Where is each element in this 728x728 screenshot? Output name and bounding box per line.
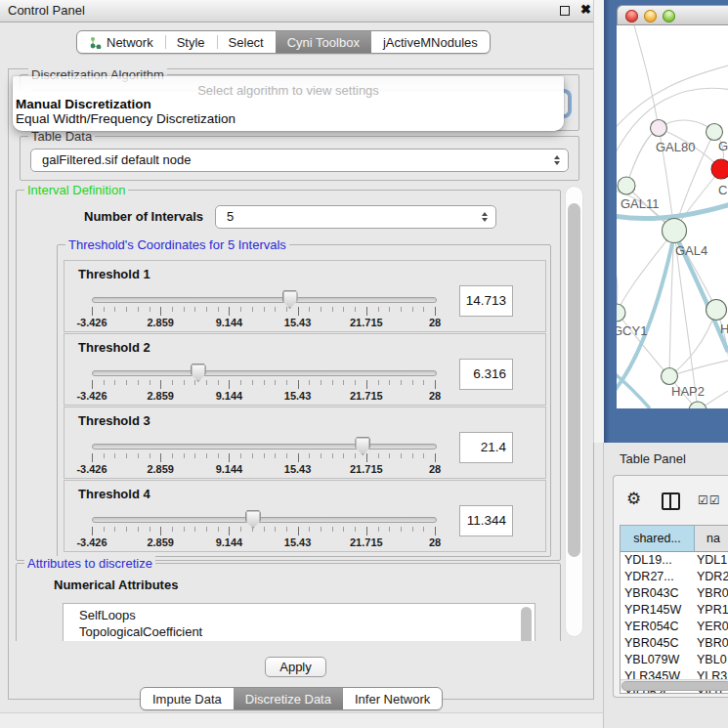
cell-name[interactable]: YDR2	[695, 569, 728, 585]
cell-name[interactable]: YBR0	[695, 585, 728, 602]
table-row[interactable]: YPR145WYPR1	[621, 602, 728, 619]
threshold-1-slider-track[interactable]	[92, 297, 437, 303]
network-node-gal11[interactable]	[618, 177, 635, 194]
threshold-1-value-field[interactable]: 14.713	[459, 285, 513, 317]
cell-shared-name[interactable]: YDR27...	[621, 569, 695, 585]
network-node-gal80[interactable]	[651, 120, 667, 137]
tab-label: Infer Network	[355, 692, 430, 707]
table-data-group: Table Data galFiltered.sif default node	[20, 136, 579, 181]
network-node-ga[interactable]	[707, 124, 723, 141]
tab-discretize-data[interactable]: Discretize Data	[234, 688, 343, 709]
algorithm-option-manual-discretization[interactable]: Manual Discretization	[16, 97, 151, 111]
tick-mark	[240, 453, 241, 458]
list-scrollbar-thumb[interactable]	[521, 607, 532, 641]
tick-mark	[229, 380, 230, 389]
column-header-na[interactable]: na	[695, 526, 728, 551]
cell-shared-name[interactable]: YBR043C	[621, 585, 695, 602]
threshold-3-slider-track[interactable]	[92, 444, 437, 450]
tick-label: 28	[429, 317, 441, 328]
zoom-traffic-light-icon[interactable]	[663, 10, 675, 22]
cell-shared-name[interactable]: YBR045C	[621, 635, 695, 652]
cell-shared-name[interactable]: YER054C	[621, 619, 695, 635]
network-node-hap2[interactable]	[662, 368, 678, 385]
network-window-titlebar[interactable]	[617, 5, 728, 25]
minimize-traffic-light-icon[interactable]	[644, 10, 657, 22]
tick-mark	[343, 380, 344, 385]
tick-mark	[184, 453, 185, 458]
gear-icon[interactable]: ⚙	[626, 489, 641, 508]
tick-label: 15.43	[284, 463, 312, 475]
slider-tick-marks	[92, 307, 435, 316]
tab-style[interactable]: Style	[165, 31, 217, 53]
tick-mark	[389, 453, 390, 458]
table-row[interactable]: YBR043CYBR0	[621, 585, 728, 602]
cell-name[interactable]: YBR0	[695, 635, 728, 652]
network-view-frame: GAL80GACGAL11GAL4GCY1HHAP2	[604, 0, 728, 443]
network-node-h[interactable]	[707, 300, 727, 321]
cell-shared-name[interactable]: YDL19...	[621, 552, 695, 569]
slider-tick-marks	[92, 453, 435, 462]
threshold-4-value-field[interactable]: 11.344	[459, 505, 513, 536]
tick-mark	[114, 453, 115, 458]
cell-name[interactable]: YPR1	[695, 602, 728, 619]
select-columns-icon[interactable]: ☑☑	[698, 493, 721, 507]
tick-mark	[104, 380, 105, 385]
vertical-scrollbar-thumb[interactable]	[568, 203, 580, 557]
apply-button[interactable]: Apply	[265, 657, 326, 677]
table-row[interactable]: YER054CYER0	[621, 619, 728, 635]
tab-cyni-toolbox[interactable]: Cyni Toolbox	[276, 31, 371, 53]
tab-select[interactable]: Select	[217, 31, 276, 53]
tab-infer-network[interactable]: Infer Network	[343, 688, 442, 709]
table-panel-body: ⚙ ☑☑ shared...na YDL19...YDL1YDR27...YDR…	[613, 475, 728, 698]
table-row[interactable]: YBR045CYBR0	[621, 635, 728, 652]
table-data-combobox[interactable]: galFiltered.sif default node	[30, 149, 569, 172]
split-columns-icon[interactable]	[662, 492, 680, 510]
cell-name[interactable]: YDL1	[695, 552, 728, 569]
table-data-combo-value: galFiltered.sif default node	[42, 152, 191, 167]
node-label-hap2: HAP2	[671, 384, 705, 399]
tick-label: -3.426	[76, 536, 107, 548]
threshold-4-slider-track[interactable]	[92, 517, 437, 523]
float-window-icon[interactable]	[560, 6, 570, 16]
horizontal-scrollbar-thumb[interactable]	[621, 681, 728, 691]
table-row[interactable]: YDR27...YDR2	[621, 569, 728, 585]
numerical-attributes-list[interactable]: SelfLoopsTopologicalCoefficientBetweenne…	[63, 603, 535, 641]
cell-shared-name[interactable]: YPR145W	[621, 602, 695, 619]
network-node-gal4[interactable]	[663, 219, 687, 243]
tick-mark	[206, 453, 207, 458]
table-row[interactable]: YDL19...YDL1	[621, 552, 728, 569]
table-data-group-title: Table Data	[28, 129, 95, 144]
tick-mark	[172, 307, 173, 312]
close-icon[interactable]: ✖	[580, 2, 591, 17]
network-node-gcy1[interactable]	[617, 304, 625, 321]
tab-jactivemnodules[interactable]: jActiveMNodules	[371, 31, 490, 53]
close-traffic-light-icon[interactable]	[625, 10, 638, 22]
tick-label: 28	[429, 536, 441, 548]
tick-mark	[378, 307, 379, 312]
tick-label: -3.426	[76, 463, 107, 475]
cell-name[interactable]: YER0	[695, 619, 728, 635]
attribute-item-betweennesscentrality[interactable]: BetweennessCentrality	[64, 640, 535, 641]
tick-mark	[389, 307, 390, 312]
threshold-3-value-field[interactable]: 21.4	[459, 432, 513, 463]
tab-network[interactable]: Network	[77, 31, 165, 53]
tab-impute-data[interactable]: Impute Data	[141, 688, 234, 709]
column-header-shared[interactable]: shared...	[621, 526, 695, 551]
number-of-intervals-combobox[interactable]: 5	[215, 205, 496, 229]
node-label-gcy1: GCY1	[617, 323, 647, 338]
table-rows: YDL19...YDL1YDR27...YDR2YBR043CYBR0YPR14…	[621, 552, 728, 694]
cell-shared-name[interactable]: YBL079W	[621, 652, 695, 668]
attribute-item-selfloops[interactable]: SelfLoops	[64, 604, 535, 623]
table-row[interactable]: YBL079WYBL0	[621, 652, 728, 668]
algorithm-option-equal-width-frequency-discretization[interactable]: Equal Width/Frequency Discretization	[16, 111, 236, 126]
cell-name[interactable]: YBL0	[695, 652, 728, 668]
horizontal-scrollbar-track[interactable]	[621, 679, 728, 691]
threshold-2-value-field[interactable]: 6.316	[459, 359, 513, 390]
threshold-2-slider-track[interactable]	[92, 370, 437, 376]
threshold-label: Threshold 3	[78, 413, 150, 428]
tick-mark	[126, 380, 127, 385]
attribute-item-topologicalcoefficient[interactable]: TopologicalCoefficient	[64, 623, 535, 640]
tick-mark	[138, 453, 139, 458]
network-canvas[interactable]: GAL80GACGAL11GAL4GCY1HHAP2	[617, 25, 728, 408]
network-node-c[interactable]	[711, 159, 728, 179]
